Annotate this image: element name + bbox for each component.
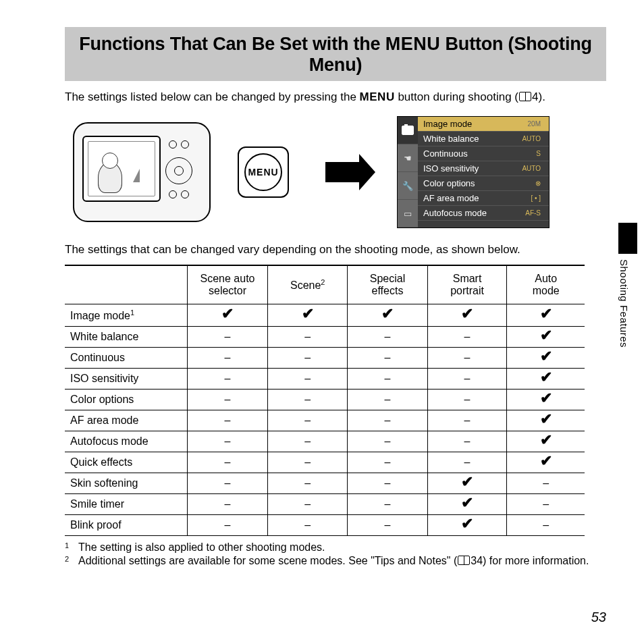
table-row: ISO sensitivity––––✔ [65,369,585,390]
section-title: Functions That Can Be Set with the MENU … [74,34,597,76]
table-cell: – [187,494,267,515]
table-cell: ✔ [507,348,585,369]
page-number: 53 [591,610,606,625]
footnote-text: Additional settings are available for so… [78,555,589,567]
menu-tabs: ☚ 🔧 ▭ [398,117,418,227]
table-cell: – [348,431,427,452]
table-row: Autofocus mode––––✔ [65,431,585,452]
camera-lcd [82,136,161,202]
table-row-label: Skin softening [65,473,187,494]
button-icon [169,140,177,149]
table-cell: – [268,452,348,473]
table-row: AF area mode––––✔ [65,410,585,431]
table-column-header: Specialeffects [348,265,427,304]
table-cell: – [268,327,348,348]
camera-controls [158,138,200,206]
menu-item-value: AF-S [522,209,543,217]
menu-item: ISO sensitivityAUTO [418,161,549,176]
check-icon: ✔ [540,369,552,385]
shooting-tab-icon [398,117,418,144]
check-icon: ✔ [461,494,473,511]
menu-item: Color options⊗ [418,176,549,191]
table-row: Color options––––✔ [65,390,585,410]
table-cell: – [348,515,427,536]
side-tab-label: Shooting Features [618,259,630,348]
table-cell: ✔ [427,304,507,327]
table-cell: ✔ [427,494,507,515]
menu-item-value: 20M [525,119,543,128]
table-cell: ✔ [427,473,507,494]
check-icon: ✔ [540,327,552,344]
table-cell: ✔ [507,304,585,327]
intro-mid: button during shooting ( [395,90,518,103]
table-column-header: Smartportrait [427,265,507,304]
table-cell: – [187,369,267,390]
table-column-header: Scene2 [268,265,348,304]
menu-item-value: AUTO [519,134,543,143]
table-column-header: Scene autoselector [187,265,267,304]
table-row-label: Quick effects [65,452,187,473]
card-tab-icon: ▭ [398,200,418,227]
table-cell: – [348,452,427,473]
menu-list: Image mode20MWhite balanceAUTOContinuous… [418,117,549,227]
table-row: White balance––––✔ [65,327,585,348]
table-cell: – [348,390,427,410]
table-cell: ✔ [507,390,585,410]
table-cell: – [427,369,507,390]
table-row-label: Blink proof [65,515,187,536]
table-cell: – [187,348,267,369]
table-row: Continuous––––✔ [65,348,585,369]
table-row-label: Color options [65,390,187,410]
footnote-number: 1 [65,541,73,554]
table-row-label: AF area mode [65,410,187,431]
check-icon: ✔ [381,305,394,322]
table-cell: – [427,431,507,452]
table-row: Image mode1✔✔✔✔✔ [65,304,585,327]
table-cell: – [348,473,427,494]
dpad-icon [165,157,192,184]
arrow-right-icon [325,162,360,182]
table-cell: – [348,369,427,390]
check-icon: ✔ [540,348,552,365]
menu-item-value: [ • ] [528,194,543,203]
menu-item-label: Color options [423,178,475,188]
table-cell: – [268,431,348,452]
table-cell: – [507,494,585,515]
table-cell: – [187,452,267,473]
table-row: Smile timer–––✔– [65,494,585,515]
table-row-label: Smile timer [65,494,187,515]
menu-item: AF area mode[ • ] [418,191,549,206]
table-cell: ✔ [427,515,507,536]
button-icon [169,190,177,198]
footnotes: 1 The setting is also applied to other s… [65,541,606,567]
table-cell: – [348,494,427,515]
menu-item-value: ⊗ [533,179,543,188]
table-cell: – [187,431,267,452]
table-cell: ✔ [507,369,585,390]
intro-prefix: The settings listed below can be changed… [65,90,360,103]
setup-tab-icon: 🔧 [398,172,418,200]
intro-ref: 4 [532,90,538,103]
intro-suffix: ). [539,90,545,103]
table-row-label: ISO sensitivity [65,369,187,390]
check-icon: ✔ [461,305,473,322]
table-cell: – [187,473,267,494]
side-tab: Shooting Features [618,223,637,385]
menu-item-label: White balance [423,134,479,144]
menu-item-label: AF area mode [423,193,479,203]
scene-tab-icon: ☚ [398,144,418,172]
table-column-header: Automode [507,265,585,304]
table-cell: ✔ [187,304,267,327]
menu-button-label: MENU [244,153,282,191]
table-cell: ✔ [507,327,585,348]
menu-item-value: S [533,149,543,158]
table-row: Skin softening–––✔– [65,473,585,494]
table-cell: ✔ [507,410,585,431]
table-cell: – [348,348,427,369]
table-cell: – [427,410,507,431]
button-icon [181,140,189,149]
menu-item: Image mode20M [418,117,549,132]
table-cell: – [507,515,585,536]
table-cell: – [268,515,348,536]
check-icon: ✔ [540,431,552,448]
